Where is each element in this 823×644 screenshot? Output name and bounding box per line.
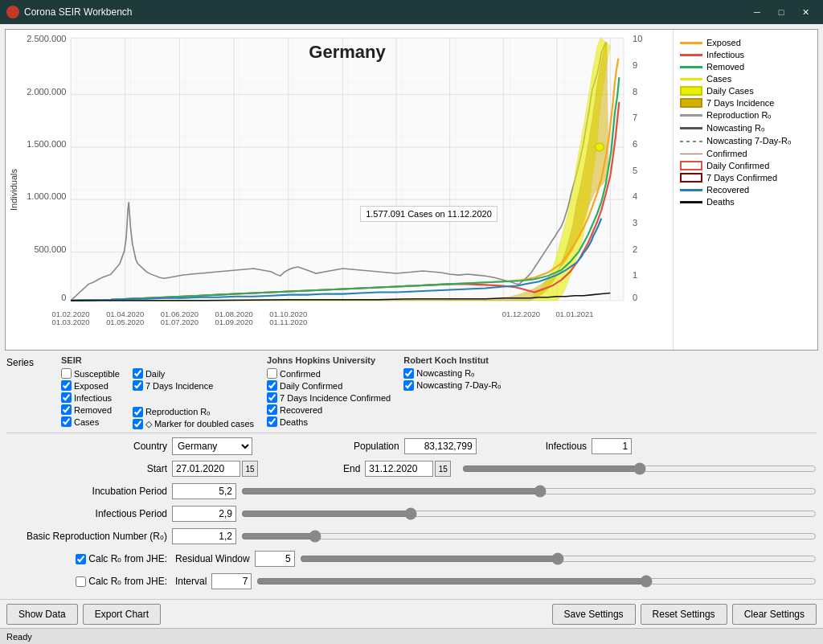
cb-cases[interactable]: Cases	[61, 416, 120, 427]
population-input[interactable]: 83,132,799	[404, 438, 477, 454]
maximize-button[interactable]: □	[770, 4, 792, 20]
start-end-row: Start 15 End 15	[6, 459, 817, 478]
infectious-period-slider[interactable]	[241, 507, 817, 520]
svg-text:01.12.2020: 01.12.2020	[502, 311, 540, 319]
interval-slider[interactable]	[256, 575, 817, 588]
cb-jhu-recovered-input[interactable]	[267, 404, 277, 415]
end-calendar-button[interactable]: 15	[435, 461, 451, 477]
legend-removed: Removed	[680, 62, 811, 72]
calc-r0-jhe-checkbox[interactable]	[76, 554, 86, 564]
legend-infectious: Infectious	[680, 50, 811, 59]
cb-susceptible-input[interactable]	[61, 368, 72, 379]
r0-input[interactable]	[172, 528, 236, 544]
end-label: End	[343, 463, 360, 474]
legend-nowcasting-7day: Nowcasting 7-Day-R₀	[680, 136, 811, 146]
rki-title: Robert Koch Institut	[403, 355, 501, 365]
cb-cases-input[interactable]	[61, 416, 72, 427]
svg-text:5: 5	[633, 166, 637, 174]
cb-exposed[interactable]: Exposed	[61, 380, 120, 391]
window-controls: ─ □ ✕	[746, 4, 817, 20]
cb-daily[interactable]: Daily	[133, 368, 254, 379]
interval-input[interactable]	[211, 573, 252, 589]
svg-text:1.500.000: 1.500.000	[27, 139, 66, 148]
incubation-input[interactable]	[172, 483, 236, 499]
svg-text:8: 8	[633, 87, 637, 96]
end-slider[interactable]	[462, 462, 817, 475]
cb-jhu-deaths-input[interactable]	[267, 416, 277, 427]
cb-marker-input[interactable]	[133, 419, 143, 429]
chart-svg: 2.500.000 2.000.000 1.500.000 1.000.000 …	[22, 30, 673, 350]
minimize-button[interactable]: ─	[746, 4, 768, 20]
cb-jhu-deaths[interactable]: Deaths	[267, 416, 391, 427]
incubation-slider[interactable]	[241, 485, 817, 498]
cb-daily-input[interactable]	[133, 368, 143, 379]
clear-settings-button[interactable]: Clear Settings	[732, 604, 817, 625]
cb-infectious-input[interactable]	[61, 392, 72, 403]
cb-jhu-confirmed-input[interactable]	[267, 368, 277, 379]
r0-slider[interactable]	[241, 530, 817, 543]
cb-jhu-7days-input[interactable]	[267, 392, 277, 403]
cb-7days-incidence[interactable]: 7 Days Incidence	[133, 380, 254, 391]
residual-input[interactable]	[255, 551, 295, 567]
close-button[interactable]: ✕	[794, 4, 817, 20]
cb-susceptible[interactable]: Susceptible	[61, 368, 120, 379]
cb-jhu-daily-input[interactable]	[267, 380, 277, 391]
r0-row: Basic Reproduction Number (R₀)	[6, 527, 817, 546]
cb-exposed-input[interactable]	[61, 380, 72, 391]
infectious-period-input[interactable]	[172, 506, 236, 522]
svg-text:01.09.2020: 01.09.2020	[215, 319, 253, 327]
start-calendar-button[interactable]: 15	[242, 461, 258, 477]
calc-r0-interval-label[interactable]: Calc R₀ from JHE:	[76, 576, 167, 587]
legend-label-7days-confirmed: 7 Days Confirmed	[706, 173, 777, 183]
reset-settings-button[interactable]: Reset Settings	[641, 604, 727, 625]
series-group-daily: . Daily 7 Days Incidence Reproduction R₀…	[133, 355, 254, 429]
legend-label-daily-cases: Daily Cases	[706, 86, 754, 96]
cb-jhu-recovered[interactable]: Recovered	[267, 404, 391, 415]
svg-text:10: 10	[633, 35, 642, 43]
end-date-input[interactable]	[365, 461, 433, 477]
status-text: Ready	[6, 632, 32, 642]
legend-r0: Reproduction R₀	[680, 110, 811, 121]
cb-7days-input[interactable]	[133, 380, 143, 391]
show-data-button[interactable]: Show Data	[6, 604, 78, 625]
country-label: Country	[6, 441, 167, 452]
cb-reproduction-input[interactable]	[133, 407, 143, 417]
cb-removed[interactable]: Removed	[61, 404, 120, 415]
cb-jhu-daily[interactable]: Daily Confirmed	[267, 380, 391, 391]
cb-nowcasting-r0-input[interactable]	[403, 368, 414, 379]
population-label: Population	[354, 441, 399, 452]
svg-text:1.000.000: 1.000.000	[27, 192, 66, 201]
cb-nowcasting-7day-input[interactable]	[403, 380, 414, 391]
calc-r0-interval-checkbox[interactable]	[76, 576, 86, 587]
seir-title: SEIR	[61, 355, 120, 365]
start-date-input[interactable]	[172, 461, 240, 477]
cb-reproduction[interactable]: Reproduction R₀	[133, 407, 254, 417]
legend-confirmed: Confirmed	[680, 149, 811, 158]
window-title: Corona SEIR Workbench	[24, 6, 746, 18]
series-group-seir: SEIR Susceptible Exposed Infectious Remo…	[61, 355, 120, 429]
svg-text:1: 1	[633, 271, 637, 280]
country-select[interactable]: Germany USA France Italy Spain UK	[172, 437, 252, 455]
svg-text:4: 4	[633, 192, 637, 201]
start-date-group: 15	[172, 461, 258, 477]
cb-infectious[interactable]: Infectious	[61, 392, 120, 403]
save-settings-button[interactable]: Save Settings	[552, 604, 636, 625]
r0-label: Basic Reproduction Number (R₀)	[6, 531, 167, 542]
legend-7days-incidence: 7 Days Incidence	[680, 98, 811, 108]
infectious-input[interactable]	[592, 438, 632, 454]
controls-area: Series SEIR Susceptible Exposed Infectio…	[0, 351, 823, 599]
residual-label: Residual Window	[175, 553, 250, 564]
export-chart-button[interactable]: Export Chart	[83, 604, 161, 625]
svg-text:01.07.2020: 01.07.2020	[161, 319, 199, 327]
series-groups: SEIR Susceptible Exposed Infectious Remo…	[61, 355, 817, 429]
infectious-label: Infectious	[546, 441, 587, 452]
legend: Exposed Infectious Removed Cases Daily C…	[673, 30, 817, 350]
cb-jhu-confirmed[interactable]: Confirmed	[267, 368, 391, 379]
cb-jhu-7days[interactable]: 7 Days Incidence Confirmed	[267, 392, 391, 403]
calc-r0-jhe-label[interactable]: Calc R₀ from JHE:	[76, 553, 167, 564]
cb-nowcasting-r0[interactable]: Nowcasting R₀	[403, 368, 501, 379]
cb-marker-doubled[interactable]: ◇ Marker for doubled cases	[133, 419, 254, 429]
cb-nowcasting-7day[interactable]: Nowcasting 7-Day-R₀	[403, 380, 501, 391]
residual-slider[interactable]	[300, 552, 817, 565]
cb-removed-input[interactable]	[61, 404, 72, 415]
